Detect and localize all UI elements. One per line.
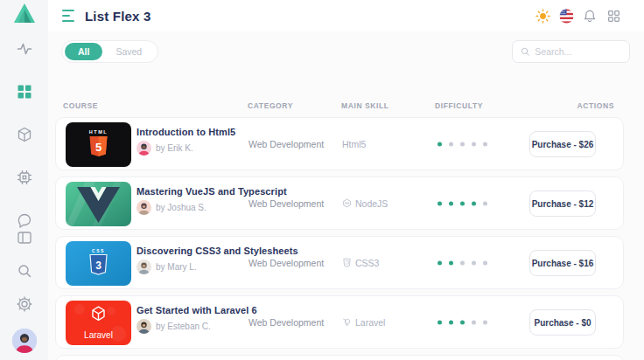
apps-button[interactable] (606, 8, 621, 24)
difficulty-dot (449, 320, 453, 324)
course-row-laravel[interactable]: Laravel Get Started with Laravel 6 by Es… (55, 295, 624, 349)
difficulty-rating (438, 260, 494, 265)
difficulty-rating (438, 142, 494, 146)
course-title[interactable]: Get Started with Laravel 6 (136, 305, 257, 315)
difficulty-dot (438, 201, 442, 205)
controls-row: All Saved (48, 40, 644, 63)
difficulty-dot (472, 201, 476, 205)
course-list: HTML 5 Introduction to Html5 by Eri (55, 117, 624, 360)
difficulty-dot (472, 142, 476, 146)
course-title[interactable]: Mastering VueJS and Typescript (136, 186, 287, 197)
difficulty-dot (438, 142, 442, 146)
difficulty-rating (438, 320, 494, 324)
difficulty-dot (449, 142, 453, 146)
author-name: by Joshua S. (156, 203, 206, 212)
difficulty-rating (438, 201, 494, 205)
svg-text:Laravel: Laravel (84, 330, 113, 340)
course-row-html5[interactable]: HTML 5 Introduction to Html5 by Eri (55, 117, 624, 170)
sidebar-item-activity[interactable] (16, 40, 33, 58)
layout-panel-icon (17, 230, 32, 246)
difficulty-dot (460, 201, 465, 205)
nodejs-icon (342, 198, 352, 208)
search-box (512, 40, 630, 63)
chat-bubble-icon (17, 212, 32, 228)
gear-icon (17, 296, 32, 312)
course-skill: Laravel (342, 317, 385, 328)
sidebar-nav-top (16, 40, 33, 229)
difficulty-dot (438, 260, 442, 265)
author-name: by Mary L. (156, 262, 197, 272)
author-avatar (136, 141, 151, 156)
course-category: Web Development (248, 198, 324, 209)
content-area: All Saved Course Category Main Skill Dif… (48, 31, 644, 360)
sidebar-item-layout[interactable] (16, 229, 33, 246)
course-author: by Esteban C. (136, 319, 257, 334)
menu-icon (62, 10, 74, 11)
course-category: Web Development (248, 139, 324, 149)
cpu-chip-icon (17, 170, 32, 185)
purchase-button[interactable]: Purchase - $26 (529, 131, 596, 157)
difficulty-dot (460, 142, 465, 146)
sidebar-item-chat[interactable] (16, 211, 33, 229)
language-button[interactable] (558, 8, 574, 24)
author-name: by Erik K. (156, 143, 193, 153)
course-category: Web Development (248, 317, 324, 328)
course-author: by Erik K. (136, 141, 235, 156)
search-input[interactable] (535, 46, 621, 57)
difficulty-dot (483, 142, 487, 146)
column-header-difficulty: Difficulty (435, 101, 483, 110)
package-box-icon (17, 127, 32, 142)
sun-icon (536, 9, 550, 24)
notifications-button[interactable] (582, 8, 598, 24)
course-row-css3[interactable]: CSS 3 Discovering CSS3 and Stylesheets b… (55, 236, 624, 289)
course-skill: Html5 (342, 139, 366, 149)
main-area: List Flex 3 (48, 0, 644, 360)
sidebar-item-settings[interactable] (16, 295, 33, 313)
course-thumbnail-html5: HTML 5 (66, 122, 131, 167)
sidebar (0, 0, 48, 360)
tab-all[interactable]: All (65, 43, 102, 60)
course-title[interactable]: Discovering CSS3 and Stylesheets (136, 246, 298, 256)
purchase-button[interactable]: Purchase - $16 (529, 250, 596, 276)
difficulty-dot (449, 201, 453, 205)
user-avatar[interactable] (12, 329, 37, 353)
difficulty-dot (483, 260, 487, 265)
course-skill: CSS3 (342, 258, 379, 268)
table-header: Course Category Main Skill Difficulty Ac… (48, 101, 644, 112)
topbar: List Flex 3 (48, 0, 644, 31)
sidebar-item-cpu[interactable] (16, 169, 33, 186)
search-icon (17, 263, 32, 279)
topbar-icons (535, 8, 644, 24)
theme-toggle-button[interactable] (535, 8, 550, 24)
difficulty-dot (483, 201, 487, 205)
laravel-icon (342, 317, 352, 327)
svg-text:HTML: HTML (89, 129, 108, 135)
course-row-python[interactable]: Python Basics for Beginners by Esteban C… (55, 355, 624, 360)
app-logo[interactable] (0, 0, 48, 26)
course-title[interactable]: Introduction to Html5 (136, 127, 235, 137)
author-name: by Esteban C. (156, 322, 211, 331)
menu-toggle-button[interactable] (62, 10, 78, 22)
filter-tabs: All Saved (61, 40, 158, 63)
dashboard-grid-icon (17, 84, 32, 100)
difficulty-dot (449, 260, 453, 265)
apps-grid-icon (607, 10, 620, 23)
purchase-button[interactable]: Purchase - $0 (529, 309, 596, 336)
svg-text:5: 5 (95, 141, 102, 154)
column-header-actions: Actions (578, 101, 614, 110)
purchase-button[interactable]: Purchase - $12 (529, 190, 596, 217)
css3-icon (342, 258, 352, 267)
author-avatar (136, 200, 151, 215)
difficulty-dot (483, 320, 487, 324)
sidebar-item-search[interactable] (16, 262, 33, 280)
difficulty-dot (472, 260, 476, 265)
sidebar-nav-bottom (12, 229, 37, 360)
course-skill: NodeJS (342, 198, 388, 209)
app-root: List Flex 3 (0, 0, 644, 360)
course-row-vuejs[interactable]: Mastering VueJS and Typescript by Joshua… (55, 177, 624, 230)
tab-saved[interactable]: Saved (102, 43, 155, 60)
course-thumbnail-laravel: Laravel (66, 301, 131, 345)
sidebar-item-dashboard[interactable] (16, 83, 33, 100)
sidebar-item-package[interactable] (16, 126, 33, 143)
triangle-logo-icon (13, 3, 36, 24)
